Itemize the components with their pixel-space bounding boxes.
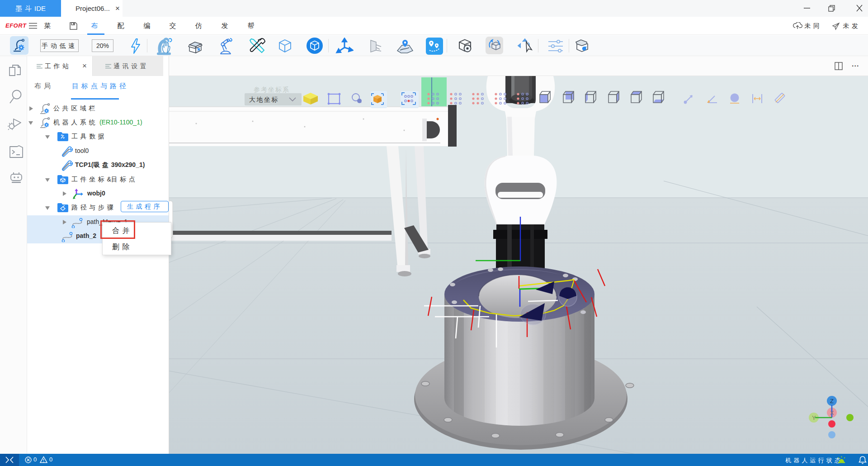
svg-text:参考坐标系: 参考坐标系	[254, 86, 290, 93]
svg-text:Z: Z	[830, 398, 834, 404]
svg-text:大地坐标: 大地坐标	[249, 96, 279, 103]
svg-text:X: X	[830, 409, 834, 416]
svg-text:Y: Y	[812, 414, 816, 421]
